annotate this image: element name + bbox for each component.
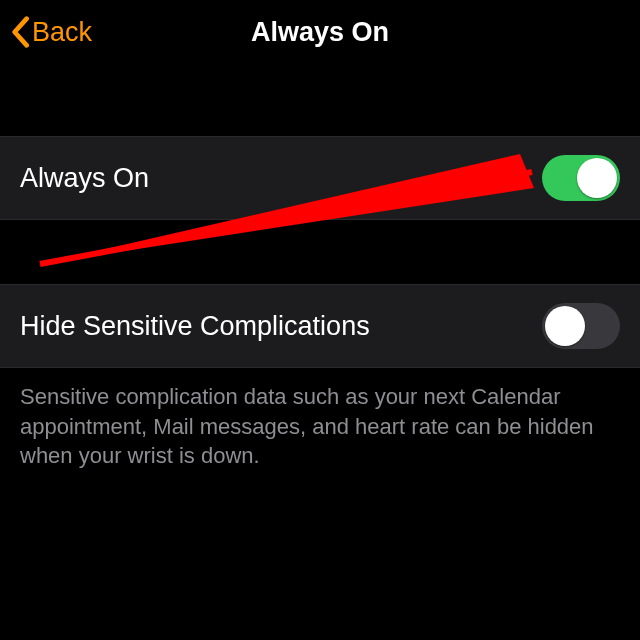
toggle-always-on[interactable]: [542, 155, 620, 201]
page-title: Always On: [0, 17, 640, 48]
footer-text: Sensitive complication data such as your…: [0, 368, 640, 471]
settings-group: Always On: [0, 136, 640, 220]
back-button[interactable]: Back: [0, 16, 92, 48]
back-label: Back: [32, 17, 92, 48]
toggle-hide-sensitive[interactable]: [542, 303, 620, 349]
toggle-knob: [545, 306, 585, 346]
settings-group-2: Hide Sensitive Complications: [0, 284, 640, 368]
row-label-always-on: Always On: [20, 163, 149, 194]
nav-bar: Back Always On: [0, 0, 640, 64]
row-hide-sensitive: Hide Sensitive Complications: [0, 284, 640, 368]
chevron-left-icon: [10, 16, 30, 48]
row-label-hide-sensitive: Hide Sensitive Complications: [20, 311, 370, 342]
group-spacer: [0, 220, 640, 284]
toggle-knob: [577, 158, 617, 198]
row-always-on: Always On: [0, 136, 640, 220]
